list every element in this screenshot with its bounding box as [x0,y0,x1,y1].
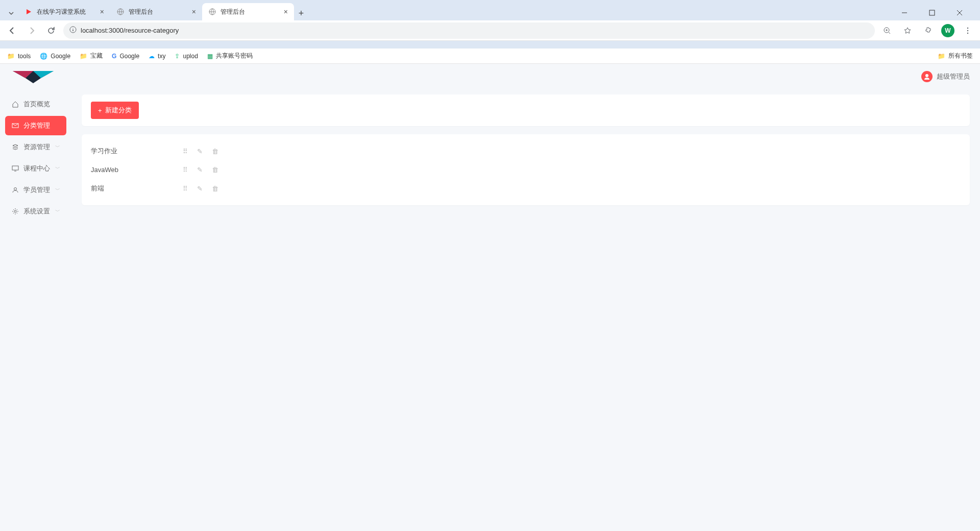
sheet-icon: ▦ [207,53,213,60]
sidebar-item-dashboard[interactable]: 首页概览 [5,94,66,114]
extensions-icon[interactable] [921,23,935,38]
close-icon[interactable]: × [192,8,196,16]
drag-handle-icon[interactable]: ⠿ [183,148,188,155]
chevron-down-icon: ﹀ [55,186,60,194]
bookmark-item-2[interactable]: 📁宝藏 [80,52,103,60]
tab-title: 管理后台 [220,8,280,16]
upload-icon: ⇪ [175,53,180,60]
sidebar-item-label: 资源管理 [23,142,50,152]
drag-handle-icon[interactable]: ⠿ [183,185,188,192]
profile-avatar[interactable]: W [941,24,954,37]
sidebar-item-student[interactable]: 学员管理 ﹀ [5,180,66,200]
minimize-button[interactable] [893,5,916,20]
back-button[interactable] [5,23,19,38]
delete-icon[interactable]: 🗑 [212,185,218,192]
browser-tab-0[interactable]: 在线学习课堂系统 × [18,3,110,20]
category-name: 前端 [91,184,183,193]
drag-handle-icon[interactable]: ⠿ [183,166,188,174]
svg-rect-2 [929,10,935,15]
edit-icon[interactable]: ✎ [197,166,203,174]
monitor-icon [11,164,19,173]
new-category-label: 新建分类 [105,106,132,115]
globe-icon: 🌐 [40,53,47,60]
folder-icon: 📁 [938,53,945,60]
stack-icon [11,143,19,151]
svg-point-5 [967,27,968,28]
tab-title: 管理后台 [129,8,188,16]
category-name: JavaWeb [91,166,183,174]
chevron-down-icon: ﹀ [55,208,60,215]
tab-title: 在线学习课堂系统 [37,8,96,16]
close-icon[interactable]: × [284,8,288,16]
play-icon [24,8,33,16]
svg-point-11 [14,188,17,190]
category-row-1: JavaWeb ⠿ ✎ 🗑 [91,161,961,179]
browser-tab-2[interactable]: 管理后台 × [202,3,294,20]
bookmark-star-icon[interactable] [900,23,915,38]
user-avatar-icon [921,71,933,82]
delete-icon[interactable]: 🗑 [212,166,218,174]
chevron-down-icon: ﹀ [55,165,60,172]
globe-icon [208,8,216,16]
sidebar-item-label: 分类管理 [23,121,50,130]
sidebar-item-category[interactable]: 分类管理 [5,116,66,135]
reload-button[interactable] [44,23,58,38]
sidebar-item-course[interactable]: 课程中心 ﹀ [5,159,66,178]
edit-icon[interactable]: ✎ [197,148,203,155]
svg-rect-10 [12,166,18,170]
sidebar-item-resource[interactable]: 资源管理 ﹀ [5,137,66,157]
site-info-icon[interactable] [69,26,77,35]
new-tab-button[interactable]: + [294,6,308,20]
google-icon: G [112,53,116,60]
sidebar-item-label: 系统设置 [23,207,50,216]
url-text: localhost:3000/resource-category [81,27,179,34]
new-category-button[interactable]: + 新建分类 [91,102,139,119]
svg-point-7 [967,32,968,33]
bookmark-item-0[interactable]: 📁tools [7,53,31,60]
cloud-icon: ☁ [149,53,155,60]
close-window-button[interactable] [948,5,971,20]
person-icon [11,186,19,194]
browser-chrome: 在线学习课堂系统 × 管理后台 × 管理后台 × + localhost:300… [0,0,980,49]
window-controls [893,5,976,20]
user-name: 超级管理员 [937,72,970,81]
sidebar: 首页概览 分类管理 资源管理 ﹀ 课程中心 ﹀ 学员管理 ﹀ 系统设置 ﹀ [0,64,71,531]
folder-icon: 📁 [80,53,87,60]
edit-icon[interactable]: ✎ [197,185,203,192]
url-input[interactable]: localhost:3000/resource-category [63,22,875,39]
svg-point-8 [925,74,928,77]
sidebar-item-label: 课程中心 [23,164,50,173]
main-content: + 新建分类 学习作业 ⠿ ✎ 🗑 JavaWeb ⠿ ✎ 🗑 [71,64,980,531]
bookmark-item-1[interactable]: 🌐Google [40,53,70,60]
bookmark-item-4[interactable]: ☁txy [149,53,165,60]
home-icon [11,100,19,108]
bookmark-item-3[interactable]: GGoogle [112,53,139,60]
folder-icon: 📁 [7,53,15,60]
browser-tab-1[interactable]: 管理后台 × [110,3,202,20]
close-icon[interactable]: × [100,8,104,16]
menu-icon[interactable] [961,23,975,38]
tab-bar: 在线学习课堂系统 × 管理后台 × 管理后台 × + [0,0,980,20]
app-header: 超级管理员 [0,64,980,89]
forward-button[interactable] [24,23,39,38]
mail-icon [11,122,19,130]
sidebar-item-label: 首页概览 [23,100,50,109]
toolbar-card: + 新建分类 [82,94,970,126]
tab-search-dropdown[interactable] [4,6,18,20]
app-body: 超级管理员 首页概览 分类管理 资源管理 ﹀ 课程中心 ﹀ 学员管理 ﹀ [0,64,980,531]
delete-icon[interactable]: 🗑 [212,148,218,155]
svg-point-12 [14,210,16,212]
bookmark-item-5[interactable]: ⇪uplod [175,53,198,60]
sidebar-item-settings[interactable]: 系统设置 ﹀ [5,202,66,221]
category-name: 学习作业 [91,147,183,156]
app-logo[interactable] [10,67,56,86]
maximize-button[interactable] [921,5,943,20]
category-list: 学习作业 ⠿ ✎ 🗑 JavaWeb ⠿ ✎ 🗑 前端 ⠿ [82,134,970,205]
user-menu[interactable]: 超级管理员 [921,71,970,82]
address-bar: localhost:3000/resource-category W [0,20,980,41]
gear-icon [11,207,19,215]
all-bookmarks-button[interactable]: 📁所有书签 [938,52,973,60]
zoom-icon[interactable] [880,23,894,38]
globe-icon [116,8,125,16]
bookmark-item-6[interactable]: ▦共享账号密码 [207,52,253,60]
